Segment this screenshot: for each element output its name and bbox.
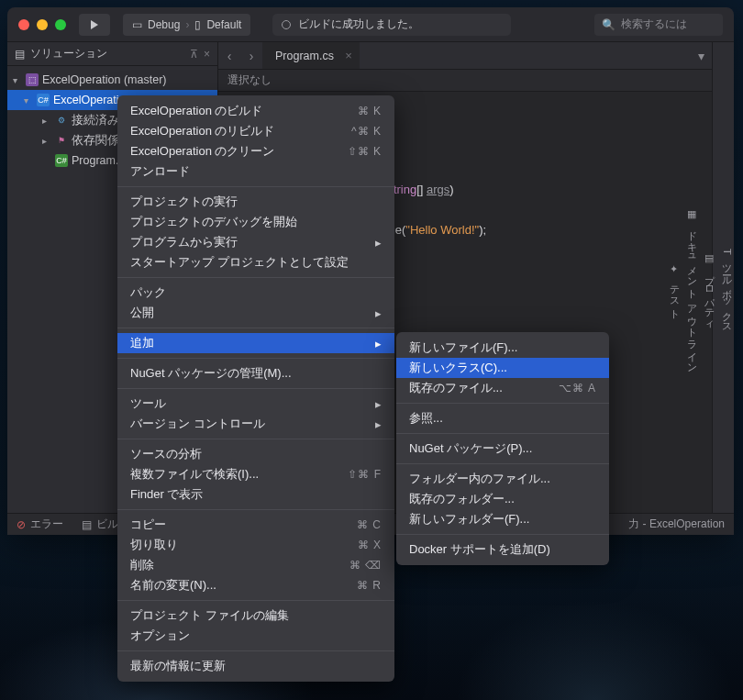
editor-tabbar: ‹ › Program.cs × ▾ [218, 42, 712, 70]
menu-item[interactable]: プロジェクトの実行 [117, 192, 394, 212]
right-rail: Tツールボックス ▤プロパティ ▦ドキュメント アウトライン ✦テスト [712, 42, 734, 535]
breadcrumb[interactable]: 選択なし [218, 70, 712, 92]
menu-item[interactable]: コピー⌘ C [117, 515, 394, 535]
menu-item[interactable]: 既存のフォルダー... [396, 489, 609, 509]
menu-item-label: 新しいフォルダー(F)... [409, 511, 529, 528]
menu-item[interactable]: Finder で表示 [117, 484, 394, 505]
properties-icon: ▤ [704, 252, 715, 264]
test-panel-tab[interactable]: ✦テスト [668, 258, 682, 320]
errors-label: エラー [30, 517, 63, 532]
menu-item-label: 最新の情報に更新 [130, 658, 226, 674]
editor-tab[interactable]: Program.cs × [262, 42, 360, 69]
toolbox-panel-tab[interactable]: Tツールボックス [720, 243, 734, 335]
menu-item-label: 複数ファイルで検索(I)... [130, 466, 259, 483]
nav-forward-button[interactable]: › [240, 42, 262, 69]
menu-item[interactable]: Docker サポートを追加(D) [396, 539, 609, 560]
close-icon[interactable]: × [345, 49, 352, 62]
minimize-window-button[interactable] [37, 19, 48, 30]
menu-item-label: 切り取り [130, 537, 178, 553]
menu-item[interactable]: 追加▸ [117, 333, 394, 353]
menu-item-label: 参照... [409, 410, 443, 427]
menu-item[interactable]: ExcelOperation のビルド⌘ K [117, 101, 394, 121]
breadcrumb-text: 選択なし [227, 72, 272, 88]
target-label: Default [206, 18, 241, 31]
menu-item[interactable]: 既存のファイル...⌥⌘ A [396, 378, 609, 398]
config-selector[interactable]: ▭ Debug › ▯ Default [123, 14, 250, 36]
menu-item-label: ソースの分析 [130, 446, 202, 462]
search-box[interactable]: 🔍 検索するには [594, 14, 723, 36]
menu-item[interactable]: 新しいファイル(F)... [396, 338, 609, 358]
menu-item[interactable]: バージョン コントロール▸ [117, 414, 394, 434]
menu-item-label: フォルダー内のファイル... [409, 471, 550, 487]
app-output-panel-button[interactable]: 力 - ExcelOperation [628, 517, 725, 532]
menu-item[interactable]: ExcelOperation のリビルド^⌘ K [117, 121, 394, 141]
menu-item[interactable]: パック [117, 283, 394, 303]
errors-panel-button[interactable]: ⊘ エラー [17, 517, 63, 532]
menu-separator [117, 277, 394, 278]
nav-back-button[interactable]: ‹ [218, 42, 240, 69]
chevron-right-icon: ▸ [375, 236, 382, 250]
outline-icon: ▦ [686, 208, 698, 220]
menu-item-label: 新しいファイル(F)... [409, 339, 517, 356]
menu-item[interactable]: オプション [117, 626, 394, 646]
menu-separator [117, 358, 394, 359]
menu-item-label: プロジェクト ファイルの編集 [130, 607, 289, 624]
menu-separator [117, 328, 394, 328]
menu-item[interactable]: プログラムから実行▸ [117, 232, 394, 252]
menu-item-label: Finder で表示 [130, 486, 203, 503]
menu-item[interactable]: 公開▸ [117, 303, 394, 323]
close-icon[interactable]: × [204, 48, 210, 61]
menu-item[interactable]: 新しいフォルダー(F)... [396, 509, 609, 529]
menu-item[interactable]: 最新の情報に更新 [117, 656, 394, 676]
menu-item[interactable]: 新しいクラス(C)... [396, 358, 609, 378]
menu-separator [396, 463, 609, 464]
menu-item-label: Docker サポートを追加(D) [409, 541, 550, 558]
menu-item[interactable]: プロジェクト ファイルの編集 [117, 606, 394, 626]
close-window-button[interactable] [18, 19, 29, 30]
menu-item[interactable]: 複数ファイルで検索(I)...⇧⌘ F [117, 464, 394, 484]
tab-menu-button[interactable]: ▾ [690, 42, 712, 69]
error-icon: ⊘ [17, 518, 26, 531]
menu-item[interactable]: 削除⌘ ⌫ [117, 555, 394, 575]
menu-item[interactable]: NuGet パッケージ(P)... [396, 439, 609, 459]
sidebar-title: ソリューション [30, 46, 107, 61]
menu-separator [396, 433, 609, 434]
menu-item[interactable]: ソースの分析 [117, 444, 394, 464]
solution-node[interactable]: ▾ ⬚ ExcelOperation (master) [7, 70, 217, 90]
menu-item-label: 既存のファイル... [409, 380, 503, 396]
build-status: ビルドに成功しました。 [272, 14, 511, 36]
titlebar: ▭ Debug › ▯ Default ビルドに成功しました。 🔍 検索するには [7, 7, 734, 42]
menu-separator [117, 600, 394, 601]
menu-item-label: プログラムから実行 [130, 234, 238, 250]
config-label: Debug [148, 18, 180, 31]
menu-item-label: プロジェクトのデバッグを開始 [130, 214, 297, 230]
menu-shortcut: ⌘ K [358, 105, 382, 117]
chevron-down-icon: ▾ [24, 95, 33, 106]
menu-item-label: コピー [130, 517, 166, 533]
menu-separator [396, 534, 609, 535]
menu-item[interactable]: NuGet パッケージの管理(M)... [117, 363, 394, 383]
menu-item[interactable]: ツール▸ [117, 394, 394, 414]
chevron-right-icon: ▸ [375, 337, 382, 350]
menu-item[interactable]: スタートアップ プロジェクトとして設定 [117, 252, 394, 272]
properties-panel-tab[interactable]: ▤プロパティ [703, 247, 716, 331]
menu-item-label: NuGet パッケージの管理(M)... [130, 365, 292, 382]
menu-item-label: 追加 [130, 335, 154, 351]
menu-item[interactable]: 切り取り⌘ X [117, 535, 394, 555]
run-button[interactable] [79, 14, 110, 36]
zoom-window-button[interactable] [55, 19, 66, 30]
status-dot-icon [282, 20, 291, 29]
menu-item[interactable]: フォルダー内のファイル... [396, 469, 609, 489]
menu-item[interactable]: アンロード [117, 161, 394, 182]
app-output-label: 力 - ExcelOperation [628, 517, 725, 532]
menu-item[interactable]: ExcelOperation のクリーン⇧⌘ K [117, 141, 394, 161]
tab-label: Program.cs [275, 50, 334, 62]
menu-item[interactable]: 参照... [396, 408, 609, 428]
menu-shortcut: ⌘ C [357, 518, 382, 531]
menu-item[interactable]: 名前の変更(N)...⌘ R [117, 575, 394, 595]
menu-item-label: ExcelOperation のリビルド [130, 123, 275, 139]
menu-item[interactable]: プロジェクトのデバッグを開始 [117, 212, 394, 232]
pin-icon[interactable]: ⊼ [190, 48, 198, 61]
outline-panel-tab[interactable]: ▦ドキュメント アウトライン [685, 203, 699, 374]
menu-shortcut: ⌘ R [357, 579, 382, 592]
